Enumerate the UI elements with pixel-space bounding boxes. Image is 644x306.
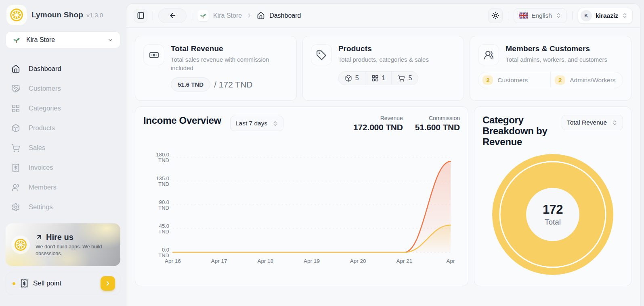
card-subtitle: Total sales revenue with commission incl… xyxy=(171,55,280,72)
svg-text:Apr 17: Apr 17 xyxy=(211,258,227,264)
receipt-icon xyxy=(20,279,29,288)
panel-left-icon xyxy=(137,12,145,19)
divider xyxy=(572,11,573,20)
sidebar: Lymoun Shopv1.3.0 Kira Store Dashboard C… xyxy=(0,0,126,306)
sidebar-nav: Dashboard Customers Categories Products … xyxy=(6,59,120,217)
sidebar-item-label: Settings xyxy=(29,203,53,211)
svg-text:45.0TND: 45.0TND xyxy=(158,223,169,235)
hire-us-card[interactable]: Hire us We don't build apps. We build ob… xyxy=(6,223,120,266)
sell-point-item[interactable]: Sell point xyxy=(6,272,120,295)
language-label: English xyxy=(531,12,552,19)
card-subtitle: Total products, categories & sales xyxy=(338,55,429,64)
user-avatar: K xyxy=(581,10,592,21)
date-range-select[interactable]: Last 7 days xyxy=(230,116,283,131)
divider xyxy=(153,11,153,20)
sidebar-item-categories[interactable]: Categories xyxy=(6,98,120,118)
revenue-stat: Revenue 172.000 TND xyxy=(353,115,403,132)
sidebar-item-label: Sales xyxy=(29,144,45,152)
language-selector[interactable]: English xyxy=(514,8,567,23)
sidebar-item-label: Invoices xyxy=(29,164,53,171)
sales-count-value: 5 xyxy=(408,75,412,82)
hire-us-title: Hire us xyxy=(46,233,73,242)
svg-text:135.0TND: 135.0TND xyxy=(156,175,169,187)
sidebar-item-members[interactable]: Members xyxy=(6,177,120,197)
tag-icon xyxy=(311,44,332,65)
revenue-value: 172.000 TND xyxy=(353,123,403,132)
lemon-logo-icon xyxy=(11,235,30,254)
sidebar-item-settings[interactable]: Settings xyxy=(6,197,120,217)
chevron-right-icon xyxy=(246,12,252,19)
sidebar-item-label: Dashboard xyxy=(29,65,61,73)
breakdown-metric-value: Total Revenue xyxy=(567,119,607,126)
sidebar-toggle-button[interactable] xyxy=(134,9,147,23)
app-root: Lymoun Shopv1.3.0 Kira Store Dashboard C… xyxy=(0,0,644,306)
chevron-down-icon xyxy=(107,37,113,43)
back-button[interactable] xyxy=(158,8,187,23)
income-overview-title: Income Overview xyxy=(143,115,221,126)
package-icon xyxy=(11,124,20,133)
sun-icon xyxy=(492,12,499,19)
chevrons-up-down-icon xyxy=(272,121,278,127)
app-version: v1.3.0 xyxy=(86,12,103,19)
card-title: Total Revenue xyxy=(171,44,280,53)
admins-workers-stat: 2 Admins/Workers xyxy=(550,72,623,88)
receipt-icon xyxy=(11,163,20,172)
svg-text:Apr 21: Apr 21 xyxy=(396,258,412,264)
sidebar-item-dashboard[interactable]: Dashboard xyxy=(6,59,120,79)
dashboard-content: Total Revenue Total sales revenue with c… xyxy=(126,28,640,286)
svg-text:Apr 18: Apr 18 xyxy=(257,258,273,264)
stat-cards-row: Total Revenue Total sales revenue with c… xyxy=(135,36,631,101)
total-revenue-card: Total Revenue Total sales revenue with c… xyxy=(135,36,297,101)
app-title: Lymoun Shop xyxy=(31,10,83,19)
customers-stat: 2 Customers xyxy=(478,72,550,88)
svg-text:180.0TND: 180.0TND xyxy=(156,152,169,163)
lemon-logo-icon xyxy=(6,5,27,25)
breadcrumb-page[interactable]: Dashboard xyxy=(269,12,301,19)
breakdown-metric-select[interactable]: Total Revenue xyxy=(562,115,623,130)
top-bar: Kira Store Dashboard xyxy=(126,4,640,28)
chevrons-up-down-icon xyxy=(622,12,628,19)
sell-point-open-button[interactable] xyxy=(101,276,115,291)
customers-count-badge: 2 xyxy=(482,75,493,85)
sidebar-item-label: Members xyxy=(29,183,57,191)
sidebar-item-label: Products xyxy=(29,124,55,132)
categories-count-value: 1 xyxy=(382,75,386,82)
sidebar-item-customers[interactable]: Customers xyxy=(6,79,120,98)
uk-flag-icon xyxy=(519,12,528,19)
line-chart-canvas: 180.0TND135.0TND90.0TND45.0TND0.0TNDApr … xyxy=(143,144,460,266)
theme-toggle-button[interactable] xyxy=(488,8,503,23)
users-icon xyxy=(478,44,499,65)
members-stats-pill: 2 Customers 2 Admins/Workers xyxy=(478,72,623,88)
sales-count: 5 xyxy=(391,72,418,85)
sidebar-item-label: Customers xyxy=(29,85,61,92)
chevrons-up-down-icon xyxy=(612,120,618,126)
status-dot xyxy=(13,282,15,285)
category-breakdown-title: Category Breakdown by Revenue xyxy=(482,115,562,148)
user-menu[interactable]: K kiraaziz xyxy=(578,8,633,24)
svg-text:0.0TND: 0.0TND xyxy=(158,247,169,258)
svg-text:90.0TND: 90.0TND xyxy=(158,199,169,211)
sidebar-item-products[interactable]: Products xyxy=(6,118,120,138)
chevrons-up-down-icon xyxy=(556,12,562,19)
store-plant-icon xyxy=(199,12,207,19)
banknote-icon xyxy=(143,44,164,65)
customers-label: Customers xyxy=(497,77,528,84)
sidebar-item-label: Categories xyxy=(29,104,61,112)
products-count: 5 xyxy=(339,72,365,85)
store-selector[interactable]: Kira Store xyxy=(6,31,120,48)
admins-label: Admins/Workers xyxy=(570,77,615,84)
commission-stat: Commission 51.600 TND xyxy=(415,115,460,132)
store-plant-icon xyxy=(13,36,21,44)
store-selector-label: Kira Store xyxy=(26,36,102,44)
card-title: Members & Customers xyxy=(506,44,607,53)
breadcrumb-store[interactable]: Kira Store xyxy=(213,12,242,19)
cart-icon xyxy=(11,144,20,152)
revenue-label: Revenue xyxy=(353,115,403,121)
cart-icon xyxy=(398,75,405,82)
sidebar-item-sales[interactable]: Sales xyxy=(6,138,120,158)
total-revenue-amount: / 172 TND xyxy=(214,80,252,90)
sidebar-item-invoices[interactable]: Invoices xyxy=(6,158,120,177)
products-card: Products Total products, categories & sa… xyxy=(302,36,464,101)
date-range-value: Last 7 days xyxy=(235,120,267,127)
income-overview-panel: Income Overview Last 7 days Revenue 172.… xyxy=(135,106,468,286)
